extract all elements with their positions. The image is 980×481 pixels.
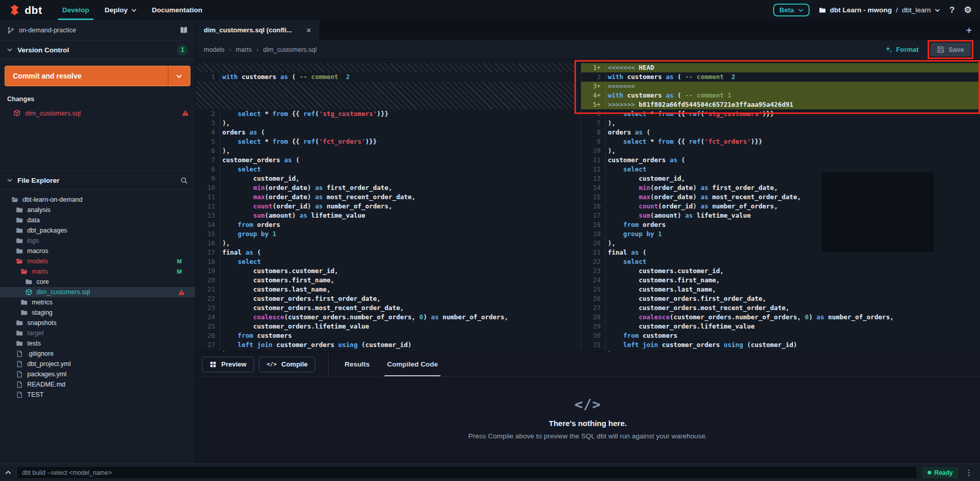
command-input[interactable] [16,466,917,479]
editor-pane-left[interactable]: 1with customers as ( -- comment 22 selec… [196,60,574,352]
changed-file-row[interactable]: dim_customers.sql [0,107,195,119]
code-line-8[interactable]: 8orders as ( [581,128,980,137]
code-line-4[interactable]: 4+with customers as ( -- comment 1 [581,91,980,100]
tree-item-.gitignore[interactable]: .gitignore [0,349,195,359]
code-line-18[interactable]: 18 select [196,257,574,266]
code-line-11[interactable]: 11 max(order_date) as most_recent_order_… [196,193,574,202]
nav-documentation[interactable]: Documentation [152,0,202,20]
chevron-up-icon[interactable] [5,471,11,474]
code-line-29[interactable]: 29 customer_orders.lifetime_value [581,322,980,331]
tree-item-core[interactable]: core [0,277,195,287]
compile-button[interactable]: </> Compile [259,357,315,372]
code-line-9[interactable]: 9 customer_id, [196,174,574,183]
tree-item-logs[interactable]: logs [0,236,195,246]
code-line-26[interactable]: 26 customer_orders.first_order_date, [581,294,980,303]
code-line-24[interactable]: 24 coalesce(customer_orders.number_of_or… [196,313,574,322]
code-line-8[interactable]: 8 select [196,165,574,174]
close-icon[interactable]: × [306,26,311,34]
code-line-22[interactable]: 22 select [581,257,980,266]
tree-item-packages.yml[interactable]: packages.yml [0,369,195,379]
tree-item-target[interactable]: target [0,328,195,338]
tree-item-analysis[interactable]: analysis [0,205,195,215]
nav-develop[interactable]: Develop [62,0,89,20]
nav-deploy[interactable]: Deploy [105,0,137,20]
code-line-19[interactable]: 19 customers.customer_id, [196,266,574,276]
code-line-7[interactable]: 7customer_orders as ( [196,156,574,165]
code-line-25[interactable]: 25 customer_orders.lifetime_value [196,322,574,331]
code-line-13[interactable]: 13 sum(amount) as lifetime_value [196,211,574,220]
code-line-20[interactable]: 20 customers.first_name, [196,276,574,285]
code-line-15[interactable]: 15 group by 1 [196,229,574,239]
code-line-1[interactable]: 1with customers as ( -- comment 2 [196,72,574,82]
tree-item-models[interactable]: modelsM [0,256,195,266]
code-line-2[interactable]: 2with customers as ( -- comment 2 [581,72,980,82]
code-line-28[interactable]: 28 coalesce(customer_orders.number_of_or… [581,313,980,322]
code-line-23[interactable]: 23 customers.customer_id, [581,266,980,276]
code-line-10[interactable]: 10 min(order_date) as first_order_date, [196,183,574,193]
code-line-11[interactable]: 11customer_orders as ( [581,156,980,165]
code-line-27[interactable]: 27 left join customer_orders using (cust… [196,340,574,350]
kebab-menu-icon[interactable]: ⋮ [963,468,975,477]
code-line-22[interactable]: 22 customer_orders.first_order_date, [196,294,574,303]
code-line-23[interactable]: 23 customer_orders.most_recent_order_dat… [196,303,574,313]
code-line-31[interactable]: 31 left join customer_orders using (cust… [581,340,980,350]
preview-button[interactable]: Preview [202,357,254,372]
tab-results[interactable]: Results [336,352,378,376]
code-line-2[interactable]: 2 select * from {{ ref('stg_customers')}… [196,109,574,119]
tree-item-tests[interactable]: tests [0,338,195,349]
code-line-14[interactable]: 14 from orders [196,220,574,229]
search-icon[interactable] [180,177,188,184]
tree-item-metrics[interactable]: metrics [0,297,195,307]
tree-item-data[interactable]: data [0,215,195,225]
save-button[interactable]: Save [930,43,971,56]
tab-dim-customers[interactable]: dim_customers.sql (confli... × [196,20,319,40]
breadcrumb-file[interactable]: dim_customers.sql [263,46,317,53]
account-switcher[interactable]: dbt Learn - mwong / dbt_learn [819,6,940,14]
code-line-17[interactable]: 17final as ( [196,248,574,257]
tree-item-dim_customers.sql[interactable]: dim_customers.sql [0,287,195,297]
code-line-26[interactable]: 26 from customers [196,331,574,340]
tree-item-macros[interactable]: macros [0,246,195,256]
book-icon[interactable] [180,26,188,34]
code-line-16[interactable]: 16), [196,239,574,248]
code-line-6[interactable]: 6 select * from {{ ref('stg_customers')}… [581,109,980,119]
code-line-5[interactable]: 5 select * from {{ ref('fct_orders')}} [196,137,574,146]
tree-item-staging[interactable]: staging [0,307,195,318]
code-line-7[interactable]: 7), [581,119,980,128]
breadcrumb-marts[interactable]: marts [236,46,252,53]
code-line-4[interactable]: 4orders as ( [196,128,574,137]
breadcrumb-models[interactable]: models [204,46,224,53]
tree-item-dbt-learn-on-demand[interactable]: dbt-learn-on-demand [0,195,195,205]
code-line-21[interactable]: 21 customers.last_name, [196,285,574,294]
commit-dropdown-caret[interactable] [168,66,190,86]
code-line-6[interactable]: 6), [196,146,574,156]
code-line-32[interactable]: 32) [581,350,980,352]
code-line-24[interactable]: 24 customers.first_name, [581,276,980,285]
tree-item-dbt_project.yml[interactable]: dbt_project.yml [0,359,195,369]
format-button[interactable]: Format [885,46,919,54]
code-line-27[interactable]: 27 customer_orders.most_recent_order_dat… [581,303,980,313]
tab-compiled-code[interactable]: Compiled Code [378,352,447,376]
branch-row[interactable]: on-demand-practice [0,20,195,41]
beta-button[interactable]: Beta [773,4,809,16]
tree-item-TEST[interactable]: TEST [0,390,195,400]
code-line-10[interactable]: 10), [581,146,980,156]
new-tab-icon[interactable]: + [966,25,972,36]
code-line-3[interactable]: 3+======= [581,82,980,91]
version-control-header[interactable]: Version Control 1 [0,41,195,60]
commit-and-resolve-button[interactable]: Commit and resolve [5,66,190,86]
code-line-5[interactable]: 5+>>>>>>> b81f802a66fd544504c65721e3ffaa… [581,100,980,109]
help-icon[interactable]: ? [949,5,954,15]
code-line-12[interactable]: 12 count(order_id) as number_of_orders, [196,202,574,211]
dbt-logo[interactable]: dbt [8,4,42,16]
code-line-30[interactable]: 30 from customers [581,331,980,340]
code-line-25[interactable]: 25 customers.last_name, [581,285,980,294]
code-line-28[interactable]: 28) [196,350,574,352]
tree-item-marts[interactable]: martsM [0,266,195,277]
code-line-1[interactable]: 1+<<<<<<< HEAD [581,63,980,72]
file-explorer-header[interactable]: File Explorer [0,171,195,190]
code-line-3[interactable]: 3), [196,119,574,128]
gear-icon[interactable]: ⚙ [964,5,972,15]
pane-divider[interactable] [574,60,581,352]
tree-item-snapshots[interactable]: snapshots [0,318,195,328]
